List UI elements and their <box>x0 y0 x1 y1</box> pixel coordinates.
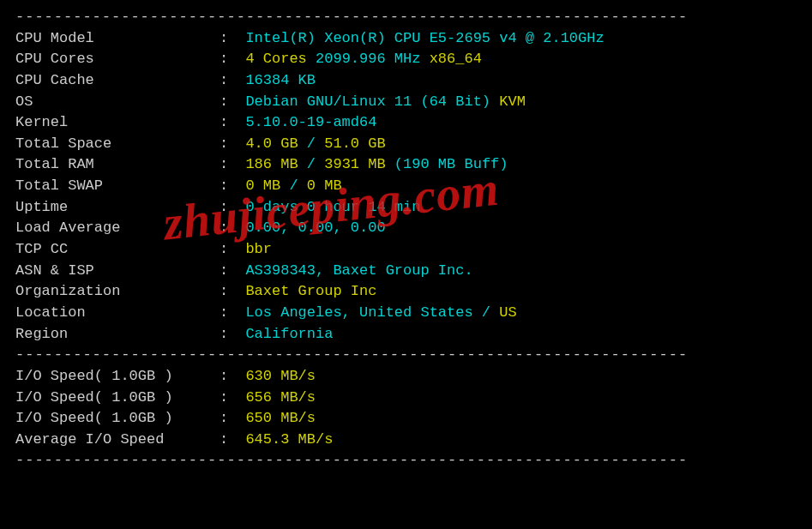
row-value-segment: Debian GNU/Linux 11 (64 Bit) <box>245 92 499 113</box>
colon-separator: : <box>220 261 237 282</box>
row-label: OS <box>15 92 220 113</box>
info-row: Organization : Baxet Group Inc <box>15 281 797 303</box>
row-value-segment: Baxet Group Inc <box>245 281 376 303</box>
row-label: TCP CC <box>15 239 220 261</box>
colon-separator: : <box>220 218 237 239</box>
colon-separator: : <box>220 92 237 113</box>
row-value-segment: AS398343, Baxet Group Inc. <box>245 261 472 282</box>
row-value-segment: 5.10.0-19-amd64 <box>245 112 376 134</box>
colon-separator: : <box>220 197 237 219</box>
info-row: I/O Speed( 1.0GB ) : 650 MB/s <box>15 408 797 430</box>
divider-bottom: ----------------------------------------… <box>15 450 797 472</box>
info-row: Total Space : 4.0 GB / 51.0 GB <box>15 134 797 155</box>
row-value-segment: 630 MB/s <box>245 366 316 388</box>
colon-separator: : <box>220 281 237 303</box>
row-value-segment: 2099.996 MHz <box>316 49 430 70</box>
row-label: Organization <box>15 281 220 303</box>
row-value-segment: / <box>307 134 324 155</box>
info-row: Total SWAP : 0 MB / 0 MB <box>15 176 797 197</box>
row-label: Location <box>15 303 220 324</box>
colon-separator: : <box>220 70 237 92</box>
row-value-segment: 51.0 GB <box>324 134 385 155</box>
info-row: Location : Los Angeles, United States / … <box>15 303 797 324</box>
info-row: ASN & ISP : AS398343, Baxet Group Inc. <box>15 261 797 282</box>
row-value-segment: 650 MB/s <box>245 408 316 430</box>
colon-separator: : <box>220 388 237 409</box>
divider-top: ----------------------------------------… <box>15 7 797 28</box>
info-row: OS : Debian GNU/Linux 11 (64 Bit) KVM <box>15 92 797 113</box>
row-label: Region <box>15 324 220 346</box>
info-row: Total RAM : 186 MB / 3931 MB (190 MB Buf… <box>15 154 797 176</box>
info-row: I/O Speed( 1.0GB ) : 656 MB/s <box>15 388 797 409</box>
info-row: TCP CC : bbr <box>15 239 797 261</box>
row-label: Total Space <box>15 134 220 155</box>
info-row: CPU Cores : 4 Cores 2099.996 MHz x86_64 <box>15 49 797 70</box>
row-label: CPU Model <box>15 28 220 50</box>
colon-separator: : <box>220 324 237 346</box>
row-value-segment: 0 days 0 hour 14 min <box>245 197 420 219</box>
row-value-segment: KVM <box>499 92 526 113</box>
io-speed-block: I/O Speed( 1.0GB ) : 630 MB/sI/O Speed( … <box>15 366 797 451</box>
row-value-segment: 645.3 MB/s <box>245 430 333 451</box>
colon-separator: : <box>220 408 237 430</box>
row-value-segment: x86_64 <box>430 49 482 70</box>
info-row: Region : California <box>15 324 797 346</box>
row-label: Kernel <box>15 112 220 134</box>
row-value-segment: 186 MB <box>245 154 306 176</box>
info-row: Kernel : 5.10.0-19-amd64 <box>15 112 797 134</box>
row-label: I/O Speed( 1.0GB ) <box>15 366 220 388</box>
colon-separator: : <box>220 134 237 155</box>
colon-separator: : <box>220 239 237 261</box>
info-row: Load Average : 0.00, 0.00, 0.00 <box>15 218 797 239</box>
info-row: CPU Cache : 16384 KB <box>15 70 797 92</box>
row-value-segment: 3931 MB <box>324 154 394 176</box>
colon-separator: : <box>220 112 237 134</box>
row-label: Total SWAP <box>15 176 220 197</box>
colon-separator: : <box>220 176 237 197</box>
row-value-segment: 656 MB/s <box>245 388 316 409</box>
colon-separator: : <box>220 28 237 50</box>
colon-separator: : <box>220 430 237 451</box>
info-row: Average I/O Speed : 645.3 MB/s <box>15 430 797 451</box>
row-label: CPU Cores <box>15 49 220 70</box>
row-value-segment: 4 Cores <box>245 49 316 70</box>
row-label: Uptime <box>15 197 220 219</box>
row-value-segment: / <box>289 176 306 197</box>
info-row: I/O Speed( 1.0GB ) : 630 MB/s <box>15 366 797 388</box>
divider-mid: ----------------------------------------… <box>15 345 797 366</box>
colon-separator: : <box>220 366 237 388</box>
row-label: I/O Speed( 1.0GB ) <box>15 388 220 409</box>
colon-separator: : <box>220 303 237 324</box>
row-label: Load Average <box>15 218 220 239</box>
row-value-segment: 16384 KB <box>245 70 316 92</box>
row-value-segment: California <box>245 324 333 346</box>
row-value-segment: / <box>307 154 324 176</box>
info-row: Uptime : 0 days 0 hour 14 min <box>15 197 797 219</box>
info-row: CPU Model : Intel(R) Xeon(R) CPU E5-2695… <box>15 28 797 50</box>
colon-separator: : <box>220 154 237 176</box>
row-value-segment: 0.00, 0.00, 0.00 <box>245 218 385 239</box>
colon-separator: : <box>220 49 237 70</box>
system-info-block: CPU Model : Intel(R) Xeon(R) CPU E5-2695… <box>15 28 797 346</box>
row-label: Average I/O Speed <box>15 430 220 451</box>
row-value-segment: 4.0 GB <box>245 134 306 155</box>
row-value-segment: bbr <box>245 239 272 261</box>
row-value-segment: US <box>499 303 516 324</box>
row-value-segment: 0 MB <box>307 176 342 197</box>
row-label: ASN & ISP <box>15 261 220 282</box>
row-label: I/O Speed( 1.0GB ) <box>15 408 220 430</box>
row-value-segment: Intel(R) Xeon(R) CPU E5-2695 v4 @ 2.10GH… <box>245 28 604 50</box>
row-value-segment: Los Angeles, United States / <box>245 303 499 324</box>
row-label: Total RAM <box>15 154 220 176</box>
row-label: CPU Cache <box>15 70 220 92</box>
row-value-segment: (190 MB Buff) <box>394 154 508 176</box>
row-value-segment: 0 MB <box>245 176 289 197</box>
